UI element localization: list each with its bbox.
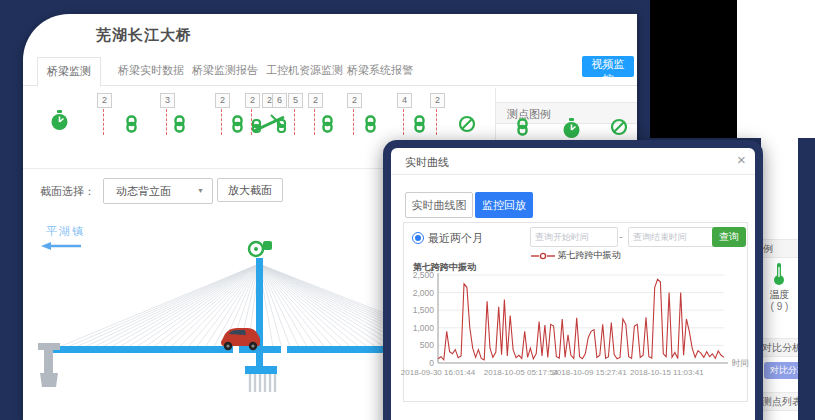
svg-text:500: 500 — [420, 340, 434, 350]
tower-top-sensor-icon — [249, 241, 272, 256]
query-end-time-input[interactable] — [628, 227, 716, 247]
left-pier — [38, 343, 60, 387]
svg-text:0: 0 — [429, 358, 434, 368]
compare-analysis-button[interactable]: 对比分析 — [764, 362, 798, 379]
bridge-deck — [53, 346, 391, 353]
background-side-panel: 例 温度 ( 9 ) 对比分析 对比分析 测点列表 — [761, 138, 798, 420]
caret-down-icon: ▼ — [197, 179, 204, 203]
svg-text:1,500: 1,500 — [413, 305, 435, 315]
svg-text:2018-10-05 05:17:54: 2018-10-05 05:17:54 — [484, 368, 559, 377]
legend-header-fragment: 例 — [761, 239, 798, 258]
pile-group — [250, 374, 275, 392]
thermometer-icon — [772, 262, 786, 290]
prohibit-icon — [610, 118, 628, 140]
section-select-label: 截面选择： — [40, 184, 95, 199]
svg-text:2018-09-30 16:01:44: 2018-09-30 16:01:44 — [401, 368, 476, 377]
query-start-time-input[interactable] — [530, 227, 618, 247]
section-select-value: 动态背立面 — [116, 185, 171, 197]
link-icon — [515, 118, 530, 140]
svg-text:1,000: 1,000 — [413, 323, 435, 333]
point-list-header-fragment: 测点列表 — [761, 392, 798, 411]
svg-text:时间: 时间 — [732, 358, 749, 368]
bridge-schematic: 平湖镇 — [23, 218, 391, 420]
black-region — [650, 0, 737, 138]
vibration-line-chart: 05001,0001,5002,0002,5002018-09-30 16:01… — [406, 271, 744, 397]
divider — [391, 174, 755, 175]
tab-monitor-playback[interactable]: 监控回放 — [475, 192, 533, 218]
bridge-side-label: 平湖镇 — [46, 224, 85, 239]
realtime-curve-modal: 实时曲线 × 实时曲线图 监控回放 最近两个月 - 查询 第七跨跨中振动 — [383, 140, 763, 420]
enlarge-section-button[interactable]: 放大截面 — [217, 178, 283, 202]
legend-series-label: 第七跨跨中振动 — [558, 250, 621, 260]
tab-realtime-curve[interactable]: 实时曲线图 — [405, 192, 473, 218]
range-separator: - — [616, 227, 626, 247]
curve-panel: 最近两个月 - 查询 第七跨跨中振动 第七跨跨中振动 05001,0001,50… — [403, 222, 748, 402]
svg-text:2018-10-15 11:03:41: 2018-10-15 11:03:41 — [630, 368, 704, 377]
desktop: 芜湖长江大桥 视频监控 桥梁监测 桥梁实时数据 桥梁监测报告 工控机资源监测 桥… — [0, 0, 815, 420]
last-two-months-label: 最近两个月 — [428, 231, 483, 246]
compare-analysis-header: 对比分析 — [761, 338, 798, 357]
tower-footing — [245, 366, 277, 374]
svg-text:2018-10-09 15:27:41: 2018-10-09 15:27:41 — [552, 368, 627, 377]
last-two-months-radio[interactable] — [412, 232, 424, 244]
svg-text:2,500: 2,500 — [413, 270, 435, 280]
temperature-count: ( 9 ) — [761, 301, 798, 312]
close-icon[interactable]: × — [737, 151, 746, 168]
bridge-tower — [256, 258, 263, 370]
temperature-label: 温度 — [761, 288, 798, 302]
background-window — [737, 0, 815, 138]
legend-marker-icon — [531, 252, 555, 260]
modal-title: 实时曲线 — [405, 155, 449, 170]
query-button[interactable]: 查询 — [712, 227, 746, 247]
direction-arrow-icon — [41, 242, 81, 250]
bridge-drawing — [23, 218, 391, 420]
svg-text:2,000: 2,000 — [413, 288, 435, 298]
section-select-dropdown[interactable]: 动态背立面 ▼ — [103, 178, 213, 204]
deck-joint — [233, 346, 239, 353]
deck-joint — [281, 346, 287, 353]
